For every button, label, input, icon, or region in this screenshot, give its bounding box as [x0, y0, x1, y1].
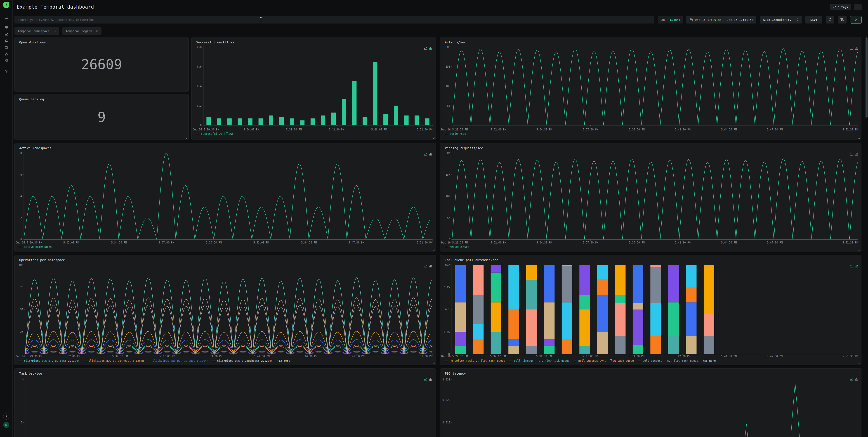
panel-active-namespaces: Active Namespaces 02468Dec 16 5:29:30 PM… [14, 143, 436, 252]
svg-text:5:44:30 PM: 5:44:30 PM [721, 355, 737, 358]
chart-actions-per-sec[interactable]: 050100150200Dec 16 5:29:30 PM5:32:00 PM5… [440, 37, 861, 140]
chart-task-queue-poll-outcomes[interactable]: 00.050.10.150.2Dec 16 5:29:30 PM5:32:00 … [440, 255, 861, 365]
svg-text:5:34:30 PM: 5:34:30 PM [536, 241, 552, 244]
svg-text:5:42:00 PM: 5:42:00 PM [329, 128, 344, 131]
svg-text:5:51:00 PM: 5:51:00 PM [417, 355, 432, 358]
svg-text:5:34:00 PM: 5:34:00 PM [243, 128, 259, 131]
legend-label: successful workflows [201, 132, 234, 135]
line-chart-icon[interactable] [424, 378, 428, 381]
chart-type-toggle [424, 47, 432, 50]
svg-text:Dec 16 5:29:30 PM: Dec 16 5:29:30 PM [441, 128, 468, 131]
legend-label: clickpipes-aws-p..outheast-2.12c4n [88, 359, 144, 363]
legend-item[interactable]: poll_timeout · c..-flow-task-queue [509, 359, 569, 363]
app-logo[interactable] [3, 2, 9, 8]
svg-text:5:42:00 PM: 5:42:00 PM [675, 355, 690, 358]
bar-chart-icon[interactable] [429, 378, 432, 381]
settings-gear-icon[interactable] [3, 68, 9, 74]
alerts-bell-icon[interactable] [3, 38, 9, 44]
legend-more-link[interactable]: +56 more [703, 359, 716, 363]
svg-text:0.05: 0.05 [443, 330, 450, 334]
svg-text:0.2: 0.2 [445, 263, 450, 267]
line-chart-icon[interactable] [424, 47, 428, 50]
svg-text:20K: 20K [445, 152, 450, 155]
scrollbar[interactable] [866, 0, 868, 437]
line-chart-icon[interactable] [850, 153, 853, 156]
bar-chart-icon[interactable] [855, 153, 858, 156]
resize-handle[interactable] [859, 363, 860, 364]
resize-handle[interactable] [859, 249, 860, 250]
svg-text:0.1: 0.1 [445, 308, 450, 311]
bar-chart-icon[interactable] [855, 378, 858, 381]
line-chart-icon[interactable] [850, 264, 853, 268]
svg-text:5:32:00 PM: 5:32:00 PM [491, 128, 506, 131]
bar-chart-icon[interactable] [429, 153, 432, 156]
legend-item[interactable]: poll_success · c..-flow-task-queue [638, 359, 698, 363]
resize-handle[interactable] [186, 89, 187, 90]
legend-item[interactable]: action/sec [445, 132, 466, 135]
resize-handle[interactable] [859, 137, 860, 139]
charts-icon[interactable] [3, 31, 9, 37]
line-chart-icon[interactable] [850, 378, 853, 381]
chart-operations-per-namespace[interactable]: 0255075100Dec 16 5:29:30 PM5:32:00 PM5:3… [15, 255, 436, 365]
panel-title: Operations per namespace [19, 258, 65, 262]
svg-text:5K: 5K [447, 216, 450, 220]
bar-chart-icon[interactable] [855, 47, 858, 50]
legend: no_poller_tasks ..-flow-task-queuepoll_t… [445, 359, 716, 363]
svg-text:5:47:00 PM: 5:47:00 PM [767, 128, 782, 131]
chart-active-namespaces[interactable]: 02468Dec 16 5:29:30 PM5:32:00 PM5:34:30 … [15, 143, 436, 252]
svg-text:5:46:00 PM: 5:46:00 PM [371, 128, 387, 131]
chart-p95-latency[interactable]: 0.0380.0290.019 [440, 369, 861, 437]
legend-item[interactable]: successful workflows [196, 132, 234, 135]
svg-text:5:39:30 PM: 5:39:30 PM [629, 241, 645, 244]
bar-chart-icon[interactable] [429, 264, 432, 268]
user-avatar[interactable]: D [3, 422, 9, 428]
svg-text:0.019: 0.019 [442, 421, 450, 424]
line-chart-icon[interactable] [850, 47, 853, 50]
svg-text:5:44:30 PM: 5:44:30 PM [721, 128, 737, 131]
resize-handle[interactable] [433, 249, 434, 250]
svg-text:25: 25 [20, 330, 23, 334]
svg-text:4: 4 [20, 195, 22, 198]
legend-item[interactable]: clickpipes-aws-p..-us-east-1.12c4n [148, 359, 208, 363]
legend-item[interactable]: no_poller_tasks ..-flow-task-queue [445, 359, 505, 363]
svg-text:Dec 16 5:29:30 PM: Dec 16 5:29:30 PM [16, 355, 42, 358]
stat-value: 9 [15, 94, 188, 140]
bar-chart-icon[interactable] [855, 264, 858, 268]
legend-more-link[interactable]: +12 more [277, 359, 290, 363]
bar-chart-icon[interactable] [429, 47, 432, 50]
chart-pending-requests[interactable]: 05K10K15K20KDec 16 5:29:30 PM5:32:00 PM5… [440, 143, 861, 252]
svg-text:0.2: 0.2 [197, 104, 202, 107]
hosts-icon[interactable] [3, 44, 9, 51]
tables-icon[interactable] [3, 25, 9, 31]
chart-task-backlog[interactable]: 432 [15, 369, 436, 437]
legend-item[interactable]: clickpipes-aws-p..outheast-2.12c4n [212, 359, 273, 363]
svg-text:5:38:00 PM: 5:38:00 PM [286, 128, 302, 131]
legend-item[interactable]: active namespaces [19, 245, 52, 248]
legend-item[interactable]: clickpipes-aws-p..-us-east-2.12c4n [19, 359, 80, 363]
svg-text:50: 50 [20, 308, 23, 311]
resize-handle[interactable] [433, 137, 434, 139]
scrollbar-thumb[interactable] [866, 37, 868, 118]
help-button[interactable]: ? [3, 413, 9, 419]
legend-label: poll_success_syn..-flow-task-queue [578, 359, 634, 363]
collapse-sidebar-icon[interactable] [3, 14, 9, 20]
panel-successful-workflows: Successful workflows 00.20.40.60.8Dec 16… [191, 37, 436, 140]
legend: clickpipes-aws-p..-us-east-2.12c4nclickp… [19, 359, 290, 363]
resize-handle[interactable] [186, 137, 187, 139]
chart-successful-workflows[interactable]: 00.20.40.60.8Dec 16 5:29:30 PM5:34:00 PM… [192, 37, 436, 140]
dashboards-icon[interactable] [3, 57, 9, 64]
line-chart-icon[interactable] [424, 264, 428, 268]
legend-item[interactable]: poll_success_syn..-flow-task-queue [574, 359, 634, 363]
legend-item[interactable]: clickpipes-aws-p..outheast-2.12c4n [84, 359, 144, 363]
panel-title: Actions/sec [445, 40, 466, 44]
svg-text:5:51:00 PM: 5:51:00 PM [417, 128, 432, 131]
svg-text:5:39:30 PM: 5:39:30 PM [629, 128, 645, 131]
svg-text:5:37:00 PM: 5:37:00 PM [159, 355, 175, 358]
topology-icon[interactable] [3, 51, 9, 57]
svg-text:5:39:30 PM: 5:39:30 PM [207, 355, 222, 358]
svg-text:5:34:30 PM: 5:34:30 PM [111, 241, 127, 244]
line-chart-icon[interactable] [424, 153, 428, 156]
legend-item[interactable]: requests/sec [445, 245, 469, 248]
chart-type-toggle [850, 378, 858, 381]
resize-handle[interactable] [433, 363, 434, 364]
